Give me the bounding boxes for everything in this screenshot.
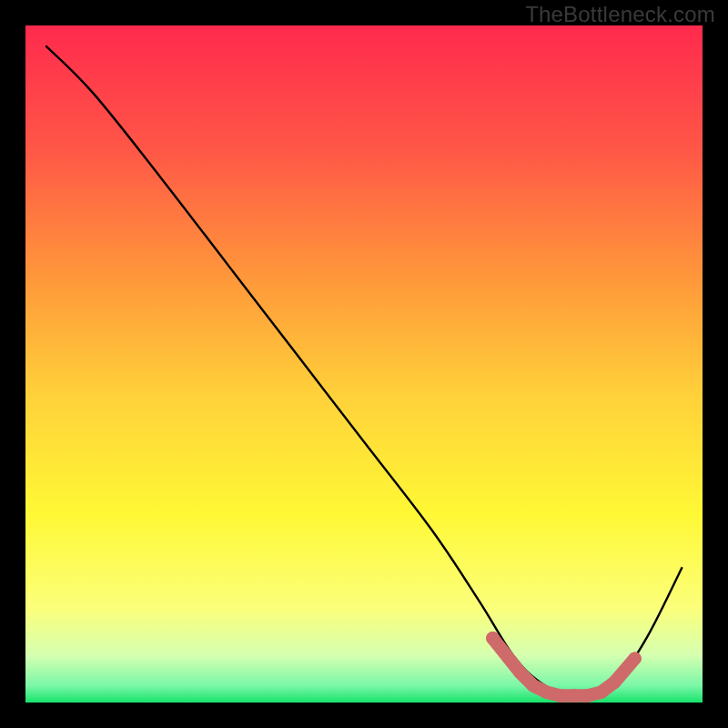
sweet-spot-marker bbox=[608, 675, 621, 688]
sweet-spot-marker bbox=[594, 686, 607, 699]
sweet-spot-marker bbox=[486, 632, 499, 644]
sweet-spot-marker bbox=[554, 689, 567, 702]
sweet-spot-marker bbox=[581, 689, 593, 702]
watermark-text: TheBottleneck.com bbox=[525, 2, 715, 27]
sweet-spot-marker bbox=[513, 665, 526, 678]
sweet-spot-marker bbox=[628, 652, 641, 664]
sweet-spot-marker bbox=[541, 686, 553, 699]
sweet-spot-marker bbox=[567, 689, 580, 702]
sweet-spot-marker bbox=[527, 679, 540, 692]
chart-frame: { "watermark": "TheBottleneck.com", "cha… bbox=[0, 0, 728, 728]
plot-background bbox=[25, 25, 703, 703]
chart-svg bbox=[0, 0, 728, 728]
